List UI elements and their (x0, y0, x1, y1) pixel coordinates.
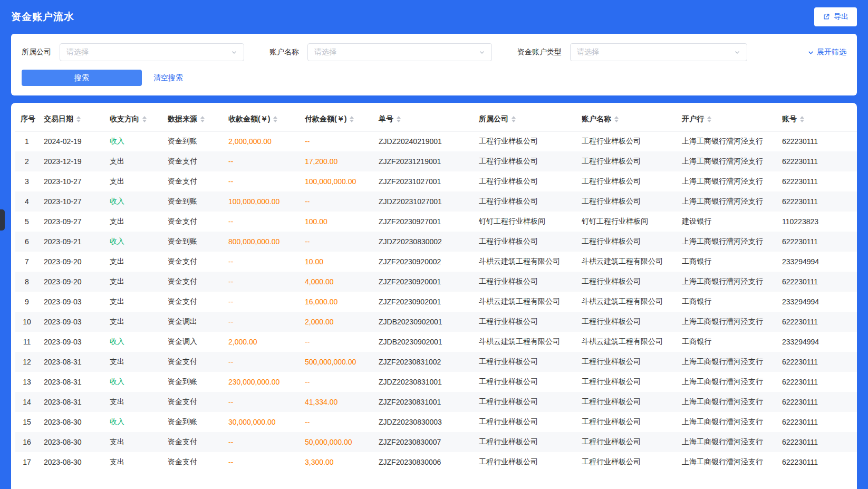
expand-filter-link[interactable]: 展开筛选 (798, 47, 846, 57)
cell-direction: 支出 (104, 151, 162, 171)
cell-direction: 支出 (104, 452, 162, 472)
cell-no: 4 (15, 191, 38, 212)
cell-number: 622230111 (777, 131, 857, 151)
cell-payment: 4,000.00 (300, 272, 373, 292)
cell-income: -- (223, 352, 300, 372)
table-row[interactable]: 32023-10-27支出资金支付--100,000,000.00ZJZF202… (15, 171, 857, 191)
table-row[interactable]: 132023-08-31收入资金到账230,000,000.00--ZJDZ20… (15, 372, 857, 392)
filter-select-2[interactable]: 请选择 (570, 43, 747, 61)
filter-select-1[interactable]: 请选择 (307, 43, 492, 61)
cell-company: 工程行业样板公司 (474, 272, 576, 292)
cell-number: 622230111 (777, 272, 857, 292)
cell-payment: 2,000.00 (300, 312, 373, 332)
column-header-bank[interactable]: 开户行 (677, 107, 777, 131)
cell-no: 14 (15, 392, 38, 412)
table-row[interactable]: 172023-08-30支出资金支付--3,300.00ZJZF20230830… (15, 452, 857, 472)
column-header-order[interactable]: 单号 (373, 107, 474, 131)
column-header-company[interactable]: 所属公司 (474, 107, 576, 131)
cell-no: 16 (15, 432, 38, 452)
cell-source: 资金支付 (162, 151, 223, 171)
table-row[interactable]: 92023-09-03支出资金支付--16,000.00ZJZF20230902… (15, 292, 857, 312)
table-row[interactable]: 112023-09-03收入资金调入2,000.00--ZJDB20230902… (15, 332, 857, 352)
cell-no: 3 (15, 171, 38, 191)
cell-income: -- (223, 392, 300, 412)
cell-number: 622230111 (777, 352, 857, 372)
sort-icon[interactable] (76, 116, 81, 122)
table-row[interactable]: 82023-09-20支出资金支付--4,000.00ZJZF202309200… (15, 272, 857, 292)
table-body: 12024-02-19收入资金到账2,000,000.00--ZJDZ20240… (15, 131, 857, 472)
cell-order: ZJZF20230902001 (373, 292, 474, 312)
sort-icon[interactable] (273, 116, 277, 122)
sort-icon[interactable] (142, 116, 147, 122)
cell-income: -- (223, 452, 300, 472)
table-row[interactable]: 102023-09-03支出资金调出--2,000.00ZJDB20230902… (15, 312, 857, 332)
expand-filter-label: 展开筛选 (817, 47, 846, 57)
table-row[interactable]: 52023-09-27支出资金支付--100.00ZJZF20230927001… (15, 212, 857, 232)
column-header-direction[interactable]: 收支方向 (104, 107, 162, 131)
table-row[interactable]: 42023-10-27收入资金到账100,000,000.00--ZJDZ202… (15, 191, 857, 212)
column-header-date[interactable]: 交易日期 (38, 107, 104, 131)
cell-bank: 工商银行 (677, 292, 777, 312)
sort-icon[interactable] (800, 116, 804, 122)
cell-payment: 3,300.00 (300, 452, 373, 472)
page-title: 资金账户流水 (11, 10, 74, 24)
cell-date: 2023-10-27 (38, 171, 104, 191)
column-header-account[interactable]: 账户名称 (576, 107, 677, 131)
cell-company: 工程行业样板公司 (474, 131, 576, 151)
cell-payment: -- (300, 131, 373, 151)
cell-company: 工程行业样板公司 (474, 352, 576, 372)
cell-number: 233294994 (777, 332, 857, 352)
column-header-payment[interactable]: 付款金额(￥) (300, 107, 373, 131)
cell-date: 2023-08-30 (38, 432, 104, 452)
sort-icon[interactable] (350, 116, 354, 122)
cell-account: 工程行业样板公司 (576, 191, 677, 212)
sort-icon[interactable] (707, 116, 711, 122)
table-row[interactable]: 62023-09-21收入资金到账800,000,000.00--ZJDZ202… (15, 232, 857, 252)
table-row[interactable]: 152023-08-30收入资金到账30,000,000.00--ZJDZ202… (15, 412, 857, 432)
cell-source: 资金支付 (162, 292, 223, 312)
cell-number: 622230111 (777, 452, 857, 472)
cell-date: 2023-08-31 (38, 372, 104, 392)
clear-search-link[interactable]: 清空搜索 (153, 73, 183, 83)
cell-direction: 收入 (104, 191, 162, 212)
cell-no: 8 (15, 272, 38, 292)
sort-icon[interactable] (397, 116, 401, 122)
cell-payment: -- (300, 191, 373, 212)
cell-payment: -- (300, 412, 373, 432)
search-button[interactable]: 搜索 (22, 70, 142, 86)
column-header-income[interactable]: 收款金额(￥) (223, 107, 300, 131)
cell-bank: 上海工商银行漕河泾支行 (677, 392, 777, 412)
transactions-table: 序号交易日期收支方向数据来源收款金额(￥)付款金额(￥)单号所属公司账户名称开户… (15, 107, 857, 472)
cell-direction: 支出 (104, 252, 162, 272)
column-header-number[interactable]: 账号 (777, 107, 857, 131)
column-header-source[interactable]: 数据来源 (162, 107, 223, 131)
table-row[interactable]: 12024-02-19收入资金到账2,000,000.00--ZJDZ20240… (15, 131, 857, 151)
chevron-down-icon (734, 49, 740, 55)
filter-select-0[interactable]: 请选择 (60, 43, 244, 61)
cell-direction: 支出 (104, 312, 162, 332)
cell-direction: 支出 (104, 212, 162, 232)
filter-fields: 所属公司请选择账户名称请选择资金账户类型请选择 (22, 43, 798, 61)
sort-icon[interactable] (614, 116, 619, 122)
export-button[interactable]: 导出 (814, 7, 857, 26)
filter-label: 账户名称 (269, 47, 299, 57)
cell-company: 工程行业样板公司 (474, 232, 576, 252)
cell-date: 2023-08-30 (38, 412, 104, 432)
cell-bank: 上海工商银行漕河泾支行 (677, 412, 777, 432)
cell-no: 1 (15, 131, 38, 151)
cell-income: 30,000,000.00 (223, 412, 300, 432)
cell-income: -- (223, 212, 300, 232)
cell-order: ZJZF20231027001 (373, 171, 474, 191)
table-row[interactable]: 122023-08-31支出资金支付--500,000,000.00ZJZF20… (15, 352, 857, 372)
table-row[interactable]: 72023-09-20支出资金支付--10.00ZJZF20230920002斗… (15, 252, 857, 272)
column-header-no[interactable]: 序号 (15, 107, 38, 131)
sort-icon[interactable] (512, 116, 516, 122)
sort-icon[interactable] (200, 116, 205, 122)
drawer-handle[interactable] (0, 209, 5, 231)
cell-date: 2023-09-20 (38, 272, 104, 292)
table-row[interactable]: 22023-12-19支出资金支付--17,200.00ZJZF20231219… (15, 151, 857, 171)
cell-bank: 工商银行 (677, 252, 777, 272)
table-row[interactable]: 162023-08-30支出资金支付--50,000,000.00ZJZF202… (15, 432, 857, 452)
cell-account: 工程行业样板公司 (576, 452, 677, 472)
table-row[interactable]: 142023-08-31支出资金支付--41,334.00ZJZF2023083… (15, 392, 857, 412)
